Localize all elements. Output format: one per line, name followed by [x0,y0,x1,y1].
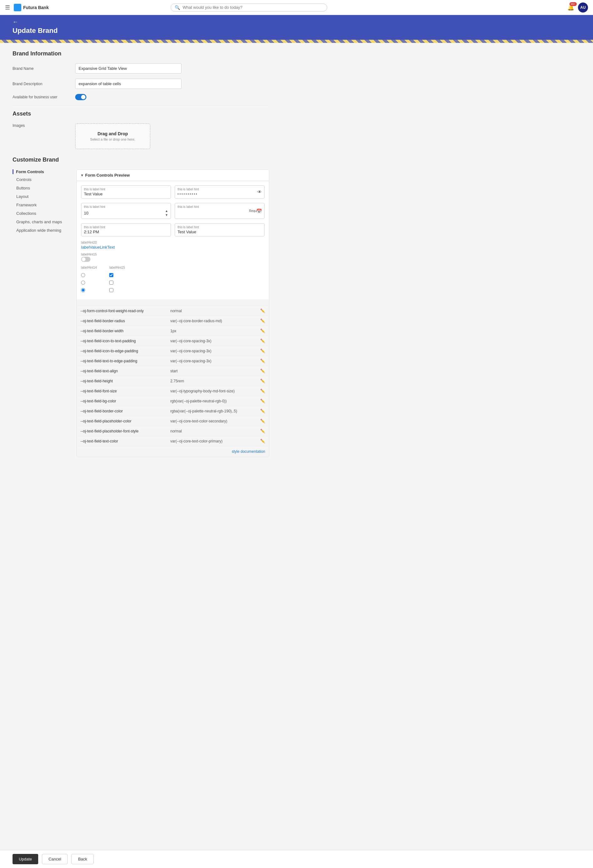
nav-theming[interactable]: Application wide theming [13,226,69,235]
drag-drop-area[interactable]: Drag and Drop Select a file or drop one … [75,123,150,149]
fc-password-hint: this is label hint [177,187,262,191]
nav-layout[interactable]: Layout [13,192,69,201]
back-link[interactable]: ← [13,19,18,25]
assets-row: Images Drag and Drop Select a file or dr… [13,123,269,149]
token-edit-icon[interactable]: ✏️ [260,429,265,433]
fc-radio-hint: labelHint14 [81,266,97,269]
token-edit-icon[interactable]: ✏️ [260,348,265,353]
token-edit-icon[interactable]: ✏️ [260,369,265,373]
radio-3[interactable] [81,288,97,293]
fc-link-row: labelHint20 labelValueLinkText [81,241,264,249]
nav-controls[interactable]: Controls [13,175,69,184]
token-row: --oj-text-field-height 2.75rem ✏️ [77,376,269,386]
fc-readonly-hint: this is label hint [177,226,262,229]
search-bar[interactable]: 🔍 [171,3,327,12]
fc-readonly-field[interactable]: this is label hint Test Value [175,223,264,236]
token-name: --oj-text-field-height [80,379,170,383]
fc-toggle-row: labelHint15 [81,253,264,263]
token-name: --oj-text-field-text-to-edge-padding [80,359,170,363]
brand-desc-label: Brand Description [13,82,75,86]
style-doc-link[interactable]: style documentation [77,446,269,457]
nav-form-controls-active[interactable]: Form Controls [13,170,69,174]
token-row: --oj-text-field-icon-to-text-padding var… [77,336,269,346]
token-value: 1px [170,329,260,333]
available-label: Available for business user [13,95,75,99]
divider-1 [13,105,269,106]
token-row: --oj-text-field-text-align start ✏️ [77,366,269,376]
brand-name-row: Brand Name [13,63,269,74]
fc-time-hint: this is label hint [84,226,168,229]
fc-spinner-field[interactable]: this is label hint 10 ▲ ▼ [81,203,171,219]
fc-two-col: labelHint14 labelHint15 [81,266,264,293]
token-edit-icon[interactable]: ✏️ [260,328,265,333]
left-nav: Form Controls Controls Buttons Layout Fr… [13,170,69,457]
logo: Futura Bank [14,4,49,11]
fc-date-field[interactable]: this is label hint Required 📅 [175,203,264,219]
toggle-knob [81,95,86,99]
token-name: --oj-text-field-placeholder-color [80,419,170,423]
token-edit-icon[interactable]: ✏️ [260,419,265,423]
fc-time-field[interactable]: this is label hint 2:12 PM [81,223,171,236]
fc-date-hint: this is label hint [177,205,262,208]
token-name: --oj-text-field-icon-to-text-padding [80,339,170,343]
logo-icon [14,4,21,11]
preview-title: Form Controls Preview [85,173,130,177]
token-edit-icon[interactable]: ✏️ [260,388,265,393]
radio-2[interactable] [81,280,97,286]
token-row: --oj-text-field-border-width 1px ✏️ [77,326,269,336]
nav-collections[interactable]: Collections [13,209,69,218]
bell-button[interactable]: 🔔 99+ [567,4,574,11]
token-edit-icon[interactable]: ✏️ [260,399,265,403]
page-title: Update Brand [13,27,580,35]
customize-section: Customize Brand Form Controls Controls B… [13,156,269,457]
token-value: var(--oj-core-text-color-secondary) [170,419,260,423]
hamburger-icon[interactable]: ☰ [5,4,10,11]
checkbox-1[interactable] [109,273,125,278]
calendar-icon[interactable]: 📅 [257,208,262,214]
token-value: var(--oj-core-spacing-3x) [170,339,260,343]
available-row: Available for business user [13,94,269,100]
checkbox-2[interactable] [109,280,125,286]
fc-link[interactable]: labelValueLinkText [81,245,115,249]
notification-badge: 99+ [569,2,577,6]
nav-framework[interactable]: Framework [13,201,69,209]
top-nav: ☰ Futura Bank 🔍 🔔 99+ AU [0,0,593,15]
token-row: --oj-form-control-font-weight-read-only … [77,306,269,316]
token-edit-icon[interactable]: ✏️ [260,319,265,323]
checkbox-3[interactable] [109,288,125,293]
fc-check-group: labelHint15 [109,266,125,293]
fc-link-hint: labelHint20 [81,241,264,244]
fc-text-field[interactable]: this is label hint Test Value [81,185,171,199]
token-edit-icon[interactable]: ✏️ [260,359,265,363]
brand-info-heading: Brand Information [13,50,269,58]
brand-desc-input[interactable] [75,78,181,89]
token-edit-icon[interactable]: ✏️ [260,409,265,413]
spinner-up-icon[interactable]: ▲ [165,209,168,213]
token-edit-icon[interactable]: ✏️ [260,338,265,343]
nav-buttons[interactable]: Buttons [13,184,69,192]
token-edit-icon[interactable]: ✏️ [260,439,265,443]
preview-header[interactable]: ▾ Form Controls Preview [77,170,269,181]
search-input[interactable] [183,5,323,10]
token-name: --oj-text-field-placeholder-font-style [80,429,170,433]
fc-password-field[interactable]: this is label hint •••••••••• 👁 [175,185,264,199]
available-toggle[interactable] [75,94,86,100]
fc-spinner-hint: this is label hint [84,205,168,208]
token-edit-icon[interactable]: ✏️ [260,379,265,383]
token-row: --oj-text-field-text-to-edge-padding var… [77,356,269,366]
eye-icon[interactable]: 👁 [257,189,262,195]
nav-right: 🔔 99+ AU [567,3,588,13]
fc-mini-toggle[interactable] [81,257,90,262]
radio-1[interactable] [81,273,97,278]
mini-toggle-knob [82,257,86,261]
token-row: --oj-text-field-border-color rgba(var(--… [77,406,269,416]
spinner-down-icon[interactable]: ▼ [165,213,168,217]
token-name: --oj-form-control-font-weight-read-only [80,309,170,313]
nav-graphs[interactable]: Graphs, charts and maps [13,218,69,226]
token-edit-icon[interactable]: ✏️ [260,309,265,313]
avatar[interactable]: AU [578,3,588,13]
images-label: Images [13,123,75,128]
brand-name-input[interactable] [75,63,181,74]
token-value: var(--oj-core-spacing-3x) [170,349,260,353]
token-value: normal [170,309,260,313]
